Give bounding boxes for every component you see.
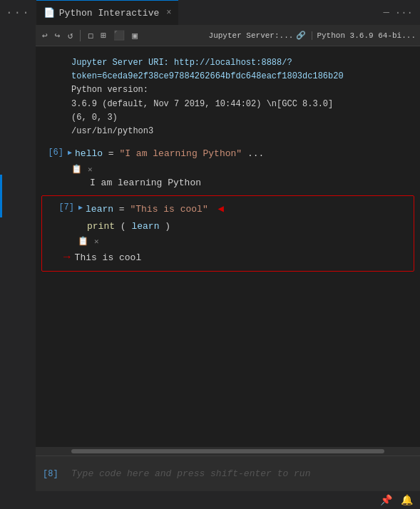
cell-7-actions: 📋 ✕: [42, 235, 414, 248]
tab-close-button[interactable]: ×: [166, 8, 171, 18]
cell-7-code-line2[interactable]: print ( learn ): [87, 220, 409, 234]
export-button[interactable]: ⬛: [111, 29, 127, 43]
content-spacer: [36, 276, 420, 418]
cell-input-area[interactable]: [8] Type code here and press shift-enter…: [36, 456, 420, 491]
python-version-tuple: (6, 0, 3): [71, 111, 413, 125]
cell-7-paren-close: ): [165, 221, 170, 232]
cell-7-input-line1[interactable]: [7] ▶ learn = "This is cool" ◀: [42, 200, 414, 218]
python-version-label: Python version:: [71, 83, 413, 97]
minimize-icon[interactable]: ─: [383, 7, 389, 19]
cell-7-output: → This is cool: [42, 248, 414, 267]
top-bar: ··· 📄 Python Interactive × ─ ···: [0, 0, 420, 25]
cell-6-var: hello: [75, 148, 103, 159]
jupyter-info-section: Jupyter Server URI: http://localhost:888…: [36, 53, 420, 141]
jupyter-link-icon[interactable]: 🔗: [296, 31, 306, 40]
grid-button[interactable]: ⊞: [98, 29, 108, 43]
cell-7-input-line2[interactable]: print ( learn ): [42, 218, 414, 235]
cell-6-output: I am learning Python: [36, 176, 420, 191]
pin-icon[interactable]: 📌: [380, 494, 392, 506]
run-all-button[interactable]: ↺: [66, 29, 76, 43]
cell-6-number: [6]: [36, 147, 68, 158]
toolbar-sep1: [80, 30, 81, 41]
cell-6-str: "I am learning Python": [119, 148, 242, 159]
redo-button[interactable]: ↪: [53, 29, 63, 43]
jupyter-server-label: Jupyter Server:...: [209, 31, 294, 40]
sidebar: [0, 25, 36, 509]
python-version-label: Python 3.6.9 64-bi...: [312, 31, 416, 40]
notebook-toolbar: ↩ ↪ ↺ ◻ ⊞ ⬛ ▣ Jupyter Server:... 🔗 Pytho…: [36, 25, 420, 46]
bell-icon[interactable]: 🔔: [401, 494, 413, 506]
jupyter-server-info: Jupyter Server:... 🔗: [209, 31, 307, 40]
cell-6-output-text: I am learning Python: [90, 178, 201, 188]
horizontal-scrollbar[interactable]: [36, 447, 420, 456]
cell-7-run-button[interactable]: ▶: [78, 202, 83, 212]
cell-7-copy-icon[interactable]: 📋: [78, 236, 88, 247]
jupyter-uri-line1: Jupyter Server URI: http://localhost:888…: [71, 56, 413, 70]
sidebar-active-indicator: [0, 175, 2, 217]
cell-7-str: "This is cool": [130, 204, 208, 215]
main-area: ↩ ↪ ↺ ◻ ⊞ ⬛ ▣ Jupyter Server:... 🔗 Pytho…: [0, 25, 420, 509]
more-options-right[interactable]: ···: [395, 7, 413, 19]
scrollbar-thumb[interactable]: [71, 449, 384, 453]
cell-8-number: [8]: [43, 469, 71, 479]
cell-7: [7] ▶ learn = "This is cool" ◀ print: [41, 195, 414, 272]
cell-6-op: =: [108, 148, 120, 159]
cell-7-clear-icon[interactable]: ✕: [94, 237, 99, 246]
top-bar-right: ─ ···: [383, 7, 420, 19]
tab-file-icon: 📄: [43, 7, 55, 19]
more-options-left[interactable]: ···: [0, 6, 36, 19]
bottom-bar: 📌 🔔: [36, 491, 420, 509]
cell-6: [6] ▶ hello = "I am learning Python" ...…: [36, 145, 420, 191]
cell-7-output-text: This is cool: [75, 252, 142, 263]
clear-button[interactable]: ◻: [86, 29, 96, 43]
tab-python-interactive[interactable]: 📄 Python Interactive ×: [36, 0, 179, 25]
tab-title: Python Interactive: [59, 8, 159, 19]
editor-area: ↩ ↪ ↺ ◻ ⊞ ⬛ ▣ Jupyter Server:... 🔗 Pytho…: [36, 25, 420, 509]
cell-7-op: =: [119, 204, 130, 215]
cell-7-code-line1[interactable]: learn = "This is cool" ◀: [86, 202, 409, 217]
settings-button[interactable]: ▣: [130, 29, 140, 43]
cell-7-arg: learn: [131, 221, 159, 232]
cell-7-output-red-arrow: →: [63, 251, 71, 264]
python-path: /usr/bin/python3: [71, 125, 413, 138]
restart-button[interactable]: ↩: [40, 29, 50, 43]
cell-6-copy-icon[interactable]: 📋: [71, 164, 82, 175]
cell-7-var: learn: [86, 204, 113, 215]
notebook-content[interactable]: Jupyter Server URI: http://localhost:888…: [36, 46, 420, 447]
cell-6-code[interactable]: hello = "I am learning Python" ...: [75, 147, 420, 161]
jupyter-uri-line2: token=6ceda9e2f38ce97884262664bfdc648eac…: [71, 70, 413, 83]
cell-7-annotation-arrow: ◀: [218, 203, 224, 215]
python-version-detail: 3.6.9 (default, Nov 7 2019, 10:44:02) \n…: [71, 98, 413, 111]
cell-8-placeholder[interactable]: Type code here and press shift-enter to …: [71, 468, 413, 479]
cell-6-run-button[interactable]: ▶: [68, 147, 72, 157]
cell-6-ellipsis: ...: [247, 148, 264, 159]
cell-6-input[interactable]: [6] ▶ hello = "I am learning Python" ...: [36, 145, 420, 163]
cell-6-actions: 📋 ✕: [36, 163, 420, 176]
cell-7-number: [7]: [46, 202, 78, 212]
cell-6-clear-icon[interactable]: ✕: [88, 165, 93, 174]
cell-7-paren-open: (: [121, 221, 126, 232]
cell-7-func: print: [87, 221, 115, 232]
